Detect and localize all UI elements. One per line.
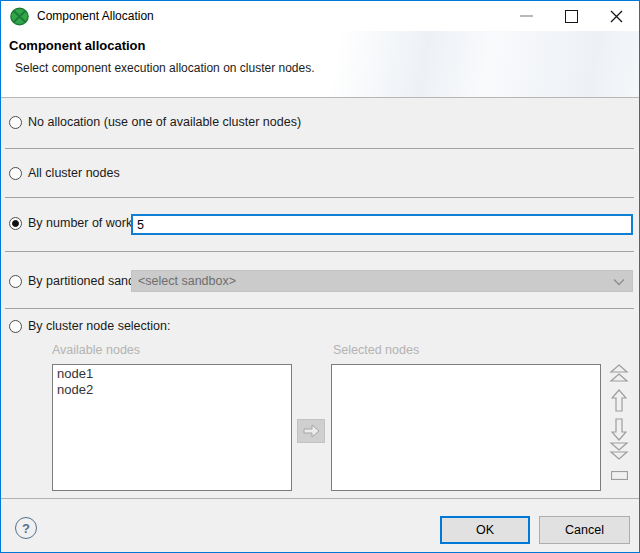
help-button[interactable]: ? xyxy=(15,517,37,539)
maximize-button[interactable] xyxy=(549,1,594,31)
list-item[interactable]: node2 xyxy=(53,382,291,398)
separator xyxy=(1,498,639,499)
page-subtitle: Select component execution allocation on… xyxy=(15,61,315,75)
list-item[interactable]: node1 xyxy=(53,366,291,382)
move-right-button[interactable] xyxy=(297,419,325,443)
close-icon xyxy=(610,10,623,23)
window-title: Component Allocation xyxy=(37,9,154,23)
ok-button-label: OK xyxy=(476,523,494,537)
chevron-down-icon xyxy=(613,278,625,286)
move-up-button[interactable] xyxy=(611,389,627,415)
radio-circle-icon[interactable] xyxy=(9,275,22,288)
dialog-header: Component allocation Select component ex… xyxy=(1,31,639,98)
move-top-button[interactable] xyxy=(609,364,629,386)
radio-circle-icon[interactable] xyxy=(9,320,22,333)
radio-label: All cluster nodes xyxy=(28,166,120,180)
remove-rect-icon xyxy=(611,471,628,480)
titlebar: Component Allocation xyxy=(1,1,639,31)
component-allocation-dialog: Component Allocation Component allocatio… xyxy=(0,0,640,553)
cancel-button[interactable]: Cancel xyxy=(539,516,630,544)
arrow-up-icon xyxy=(611,389,627,412)
radio-label: No allocation (use one of available clus… xyxy=(28,115,301,129)
double-chevron-down-icon xyxy=(609,441,629,460)
page-title: Component allocation xyxy=(9,38,146,53)
separator xyxy=(5,197,634,198)
arrow-right-icon xyxy=(303,424,320,438)
window-controls xyxy=(504,1,639,31)
arrow-down-icon xyxy=(611,418,627,441)
sandbox-select-value: <select sandbox> xyxy=(138,274,236,288)
maximize-icon xyxy=(565,10,578,23)
close-button[interactable] xyxy=(594,1,639,31)
available-nodes-list[interactable]: node1 node2 xyxy=(52,364,292,491)
radio-by-cluster-node-selection[interactable]: By cluster node selection: xyxy=(9,314,170,338)
selected-nodes-label: Selected nodes xyxy=(333,343,419,357)
radio-circle-icon[interactable] xyxy=(9,116,22,129)
ok-button[interactable]: OK xyxy=(440,516,530,544)
radio-all-cluster-nodes[interactable]: All cluster nodes xyxy=(9,161,120,185)
separator xyxy=(5,251,634,252)
available-nodes-label: Available nodes xyxy=(52,343,140,357)
selected-nodes-list[interactable] xyxy=(331,364,601,491)
separator xyxy=(5,148,634,149)
minimize-button[interactable] xyxy=(504,1,549,31)
cancel-button-label: Cancel xyxy=(565,523,604,537)
separator xyxy=(5,308,634,309)
double-chevron-up-icon xyxy=(609,364,629,383)
sandbox-select[interactable]: <select sandbox> xyxy=(131,270,633,292)
component-allocation-icon xyxy=(10,7,29,26)
minimize-icon xyxy=(520,15,533,17)
question-mark-icon: ? xyxy=(22,521,30,536)
radio-no-allocation[interactable]: No allocation (use one of available clus… xyxy=(9,110,301,134)
move-bottom-button[interactable] xyxy=(609,441,629,463)
remove-button[interactable] xyxy=(611,469,628,483)
radio-circle-icon[interactable] xyxy=(9,217,22,230)
workers-count-input[interactable] xyxy=(131,214,633,235)
radio-circle-icon[interactable] xyxy=(9,167,22,180)
radio-label: By cluster node selection: xyxy=(28,319,170,333)
